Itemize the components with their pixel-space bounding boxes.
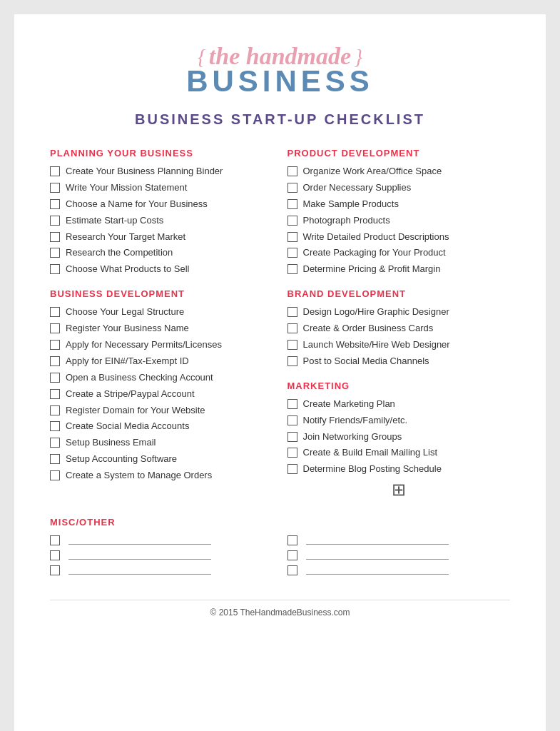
list-item: Design Logo/Hire Graphic Designer (287, 306, 511, 318)
item-text: Create Social Media Accounts (66, 420, 189, 433)
checkbox[interactable] (287, 232, 297, 242)
checkbox[interactable] (287, 183, 297, 193)
misc-columns (50, 535, 510, 580)
item-text: Photograph Products (303, 215, 390, 227)
item-text: Open a Business Checking Account (66, 372, 213, 384)
checklist-brand-dev: Design Logo/Hire Graphic Designer Create… (287, 306, 511, 368)
blank-line (306, 535, 449, 545)
item-text: Order Necessary Supplies (303, 182, 412, 194)
checkbox[interactable] (287, 340, 297, 350)
list-item (50, 550, 273, 560)
checkbox[interactable] (50, 323, 60, 333)
checkbox[interactable] (287, 565, 297, 575)
checkbox[interactable] (287, 448, 297, 458)
main-title: BUSINESS START-UP CHECKLIST (50, 111, 510, 128)
checkbox[interactable] (287, 415, 297, 425)
list-item: Choose Your Legal Structure (50, 306, 273, 318)
footer: © 2015 TheHandmadeBusiness.com (50, 600, 510, 617)
list-item: Register Your Business Name (50, 323, 273, 335)
list-item: Create Your Business Planning Binder (50, 166, 273, 178)
checkbox[interactable] (50, 183, 60, 193)
checkbox[interactable] (287, 248, 297, 258)
list-item: Research the Competition (50, 247, 273, 259)
checkbox[interactable] (50, 565, 60, 575)
item-text: Create Packaging for Your Product (303, 247, 446, 259)
checkbox[interactable] (287, 399, 297, 409)
section-title-misc: MISC/OTHER (50, 517, 510, 528)
list-item: Choose a Name for Your Business (50, 198, 273, 211)
list-item: Determine Pricing & Profit Margin (287, 263, 511, 276)
checkbox[interactable] (287, 264, 297, 274)
checkbox[interactable] (287, 199, 297, 209)
list-item: Notify Friends/Family/etc. (287, 415, 511, 427)
checkbox[interactable] (287, 464, 297, 474)
list-item (287, 550, 511, 560)
checkbox[interactable] (50, 438, 60, 448)
checkbox[interactable] (287, 550, 297, 560)
checkbox[interactable] (50, 199, 60, 209)
checkbox[interactable] (50, 216, 60, 226)
item-text: Create a System to Manage Orders (66, 470, 212, 482)
list-item: Create Packaging for Your Product (287, 247, 511, 259)
item-text: Register Domain for Your Website (66, 405, 205, 417)
checkbox[interactable] (50, 373, 60, 383)
item-text: Create Marketing Plan (303, 398, 395, 410)
list-item: Setup Accounting Software (50, 453, 273, 465)
list-item: Create a Stripe/Paypal Account (50, 388, 273, 400)
checkbox[interactable] (50, 166, 60, 176)
main-columns: PLANNING YOUR BUSINESS Create Your Busin… (50, 148, 510, 504)
checkbox[interactable] (287, 535, 297, 545)
checkbox[interactable] (50, 307, 60, 317)
checkbox[interactable] (50, 550, 60, 560)
item-text: Research the Competition (66, 247, 173, 259)
checkbox[interactable] (50, 405, 60, 415)
add-icon-area: ⊞ (287, 480, 511, 500)
item-text: Choose a Name for Your Business (66, 198, 208, 211)
list-item: Open a Business Checking Account (50, 372, 273, 384)
checkbox[interactable] (50, 389, 60, 399)
checkbox[interactable] (50, 470, 60, 480)
blank-line (306, 565, 449, 575)
section-title-marketing: MARKETING (287, 380, 511, 391)
checkbox[interactable] (287, 166, 297, 176)
list-item: Choose What Products to Sell (50, 263, 273, 276)
checkbox[interactable] (50, 340, 60, 350)
list-item: Join Networking Groups (287, 431, 511, 443)
checkbox[interactable] (287, 356, 297, 366)
right-column: PRODUCT DEVELOPMENT Organize Work Area/O… (287, 148, 511, 504)
checkbox[interactable] (50, 421, 60, 431)
checkbox[interactable] (50, 248, 60, 258)
checkbox[interactable] (287, 432, 297, 442)
list-item: Setup Business Email (50, 437, 273, 449)
section-title-brand-dev: BRAND DEVELOPMENT (287, 288, 511, 299)
misc-checklist-left (50, 535, 273, 575)
checkbox[interactable] (50, 356, 60, 366)
list-item: Apply for Necessary Permits/Licenses (50, 339, 273, 351)
blank-line (68, 565, 211, 575)
item-text: Apply for EIN#/Tax-Exempt ID (66, 356, 189, 368)
checkbox[interactable] (287, 323, 297, 333)
item-text: Write Detailed Product Descriptions (303, 231, 449, 243)
list-item: Register Domain for Your Website (50, 405, 273, 417)
list-item: Create Marketing Plan (287, 398, 511, 410)
misc-checklist-right (287, 535, 511, 575)
checkbox[interactable] (50, 232, 60, 242)
item-text: Notify Friends/Family/etc. (303, 415, 408, 427)
item-text: Create & Order Business Cards (303, 323, 434, 335)
item-text: Apply for Necessary Permits/Licenses (66, 339, 222, 351)
checkbox[interactable] (50, 264, 60, 274)
logo-area: { the handmade } BUSINESS (50, 43, 510, 99)
item-text: Research Your Target Market (66, 231, 185, 243)
checkbox[interactable] (287, 307, 297, 317)
item-text: Write Your Mission Statement (66, 182, 187, 194)
item-text: Setup Accounting Software (66, 453, 177, 465)
item-text: Create Your Business Planning Binder (66, 166, 223, 178)
checkbox[interactable] (287, 216, 297, 226)
checkbox[interactable] (50, 454, 60, 464)
checkbox[interactable] (50, 535, 60, 545)
list-item: Write Detailed Product Descriptions (287, 231, 511, 243)
item-text: Setup Business Email (66, 437, 156, 449)
item-text: Make Sample Products (303, 198, 399, 211)
list-item: Photograph Products (287, 215, 511, 227)
list-item (287, 565, 511, 575)
